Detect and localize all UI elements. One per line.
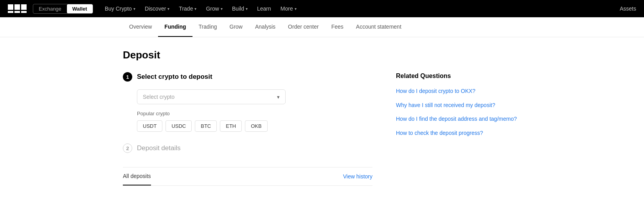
popular-btn-btc[interactable]: BTC [195,120,217,132]
exchange-toggle-btn[interactable]: Exchange [33,4,67,13]
step2-header: 2 Deposit details [123,144,372,153]
svg-rect-2 [21,4,27,10]
subnav-trading[interactable]: Trading [192,17,223,37]
step1-header: 1 Select crypto to deposit [123,72,372,82]
top-nav: Exchange Wallet Buy Crypto ▾ Discover ▾ … [0,0,644,17]
chevron-grow-icon: ▾ [221,7,223,11]
subnav-grow[interactable]: Grow [223,17,249,37]
nav-discover[interactable]: Discover ▾ [141,4,173,13]
related-link-1[interactable]: Why have I still not received my deposit… [396,102,521,109]
nav-learn[interactable]: Learn [253,4,275,13]
nav-grow[interactable]: Grow ▾ [202,4,226,13]
chevron-buy-crypto-icon: ▾ [133,7,135,11]
related-link-2[interactable]: How do I find the deposit address and ta… [396,115,521,123]
popular-btn-usdc[interactable]: USDC [165,120,192,132]
step1-label: Select crypto to deposit [137,73,212,81]
wallet-toggle-btn[interactable]: Wallet [67,4,93,13]
deposit-section: Deposit 1 Select crypto to deposit Selec… [123,49,372,186]
svg-rect-0 [8,4,13,10]
svg-rect-4 [14,11,20,13]
subnav-fees[interactable]: Fees [325,17,350,37]
svg-rect-1 [14,4,20,10]
popular-btn-eth[interactable]: ETH [220,120,242,132]
popular-btn-okb[interactable]: OKB [245,120,267,132]
deposit-title: Deposit [123,49,372,61]
related-questions-title: Related Questions [396,73,521,80]
chevron-down-icon: ▾ [277,94,280,100]
top-nav-links: Buy Crypto ▾ Discover ▾ Trade ▾ Grow ▾ B… [101,4,620,13]
subnav-account-statement[interactable]: Account statement [350,17,408,37]
subnav-overview[interactable]: Overview [123,17,158,37]
deposits-tab-section: All deposits View history [123,167,372,186]
popular-buttons: USDT USDC BTC ETH OKB [137,120,372,132]
step1-number: 1 [123,72,132,82]
step2-section: 2 Deposit details [123,144,372,153]
subnav-funding[interactable]: Funding [158,17,192,37]
chevron-build-icon: ▾ [246,7,248,11]
related-links: How do I deposit crypto to OKX? Why have… [396,87,521,137]
right-sidebar: Related Questions How do I deposit crypt… [396,49,521,186]
nav-assets[interactable]: Assets [620,5,636,12]
popular-label: Popular crypto [137,111,372,116]
step2-number: 2 [123,144,132,153]
subnav-order-center[interactable]: Order center [282,17,325,37]
step2-label: Deposit details [137,144,181,152]
exchange-wallet-toggle: Exchange Wallet [33,4,93,14]
crypto-dropdown[interactable]: Select crypto ▾ [137,89,286,104]
tab-all-deposits[interactable]: All deposits [123,167,151,185]
main-content: Deposit 1 Select crypto to deposit Selec… [0,37,644,198]
nav-more[interactable]: More ▾ [277,4,300,13]
chevron-discover-icon: ▾ [167,7,169,11]
svg-rect-3 [8,11,13,13]
tab-row: All deposits View history [123,167,372,186]
popular-btn-usdt[interactable]: USDT [137,120,162,132]
view-history-link[interactable]: View history [343,173,372,180]
related-link-3[interactable]: How to check the deposit progress? [396,129,521,137]
subnav-analysis[interactable]: Analysis [249,17,282,37]
svg-rect-5 [21,11,27,13]
nav-build[interactable]: Build ▾ [228,4,252,13]
chevron-more-icon: ▾ [295,7,297,11]
nav-buy-crypto[interactable]: Buy Crypto ▾ [101,4,139,13]
chevron-trade-icon: ▾ [194,7,196,11]
sub-nav: Overview Funding Trading Grow Analysis O… [0,17,644,37]
crypto-select-wrapper: Select crypto ▾ Popular crypto USDT USDC… [137,89,372,132]
logo [8,4,27,13]
related-link-0[interactable]: How do I deposit crypto to OKX? [396,87,521,95]
crypto-dropdown-placeholder: Select crypto [143,94,174,100]
nav-trade[interactable]: Trade ▾ [175,4,200,13]
